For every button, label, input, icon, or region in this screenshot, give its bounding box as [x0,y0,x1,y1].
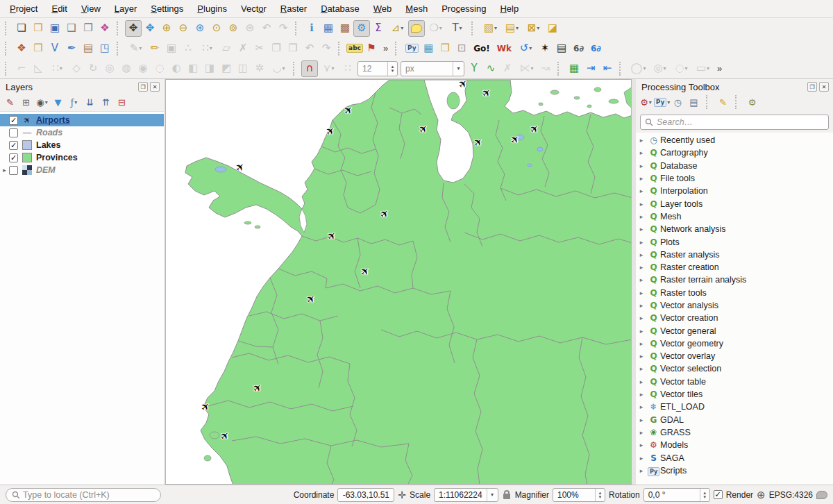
toolbox-group-database[interactable]: ▸QDatabase [636,160,833,172]
circle-from-2points-icon[interactable]: ◯▾ [628,60,649,77]
expand-arrow-icon[interactable]: ▸ [636,226,647,233]
pan-to-selection-icon[interactable]: ✥ [142,20,158,37]
toolbox-float-button[interactable]: ❐ [807,82,817,92]
toolbox-group-grass[interactable]: ▸❀GRASS [636,426,833,439]
layer-item-dem[interactable]: ▸DEM [0,164,164,176]
chevron-down-icon[interactable]: ▾ [494,25,497,31]
python-console[interactable]: Py [403,40,420,57]
chevron-down-icon[interactable]: ▾ [60,65,62,72]
metasearch-icon[interactable]: ❍▾ [425,20,446,37]
wkt-plugin[interactable]: Wk [494,40,515,57]
expand-arrow-icon[interactable]: ▸ [636,213,647,220]
toolbar-handle[interactable] [338,42,344,56]
layer-item-lakes[interactable]: ✓Lakes [0,139,164,151]
eyeglasses-plugin-1[interactable]: 6∂ [570,40,587,57]
report-plugin-icon[interactable]: ▤ [553,40,570,57]
new-project-icon[interactable]: ❏ [13,20,30,37]
snap-on-intersection-icon[interactable]: ∷ [339,60,356,77]
zoom-to-layer-icon[interactable]: ⊚ [225,20,242,37]
undo-icon[interactable]: ↶ [301,40,318,57]
db-virtual-layer-icon[interactable]: ▦ [566,60,582,77]
toolbar-handle[interactable] [5,62,10,76]
save-project-icon[interactable]: ▣ [47,20,63,37]
messages-icon[interactable] [816,491,827,499]
toolbox-group-file-tools[interactable]: ▸QFile tools [636,172,833,185]
data-source-manager-icon[interactable]: ❖ [13,40,30,57]
redo-icon[interactable]: ↷ [318,40,335,57]
toolbox-group-models[interactable]: ▸⚙Models [636,439,833,451]
toggle-editing-icon[interactable]: ✏ [146,40,163,57]
clear-trace-icon[interactable]: ✗ [499,60,516,77]
menu-mesh[interactable]: Mesh [398,1,435,16]
expand-arrow-icon[interactable]: ▸ [636,391,647,398]
expand-arrow-icon[interactable]: ▸ [636,187,647,194]
chevron-down-icon[interactable]: ▾ [453,62,464,76]
render-checkbox[interactable]: ✓ [714,490,723,499]
toolbox-python-menu[interactable]: Py▾ [655,95,669,110]
menu-database[interactable]: Database [314,1,367,16]
split-parts-icon[interactable]: ◨ [201,60,218,77]
toolbox-group-interpolation[interactable]: ▸QInterpolation [636,185,833,197]
move-feature-icon[interactable]: ◇ [68,60,85,77]
toolbar-overflow-icon[interactable]: » [714,63,725,74]
deselect-features-icon[interactable]: ⊠▾ [523,20,544,37]
toolbox-group-raster-tools[interactable]: ▸QRaster tools [636,287,833,299]
expand-arrow-icon[interactable]: ▸ [636,239,647,246]
expand-arrow-icon[interactable]: ▸ [636,264,647,271]
chevron-down-icon[interactable]: ▾ [45,99,48,106]
expand-arrow-icon[interactable]: ▸ [636,302,647,309]
identify-features-icon[interactable]: ℹ [303,20,320,37]
toolbox-group-raster-terrain-analysis[interactable]: ▸QRaster terrain analysis [636,274,833,286]
trace-offset-icon[interactable]: ⋉▾ [516,60,537,77]
expand-arrow-icon[interactable]: ▸ [636,340,647,347]
toolbox-group-mesh[interactable]: ▸QMesh [636,210,833,223]
open-image-folder-icon[interactable]: ❒ [437,40,453,57]
toolbox-history-icon[interactable]: ◷ [671,95,685,110]
menu-edit[interactable]: Edit [44,1,74,16]
toolbox-group-vector-table[interactable]: ▸QVector table [636,376,833,388]
toolbar-overflow-icon[interactable]: » [380,43,392,53]
layer-labeling-icon[interactable]: ⚑ [363,40,380,57]
processing-toolbox-icon[interactable]: ⚙ [353,20,370,37]
toolbar-handle[interactable] [5,42,10,56]
circle-from-3points-icon[interactable]: ◎▾ [649,60,671,77]
new-geopackage-layer-icon[interactable]: ❒ [30,40,47,57]
zoom-last-icon[interactable]: ↶ [258,20,275,37]
delete-ring-icon[interactable]: ◌ [151,60,168,77]
cad-point-capture-icon[interactable]: ∷▾ [47,60,68,77]
toolbox-group-vector-overlay[interactable]: ▸QVector overlay [636,350,833,362]
chevron-down-icon[interactable]: ▾ [643,65,646,72]
chevron-down-icon[interactable]: ▾ [460,25,462,31]
menu-help[interactable]: Help [493,1,525,16]
toolbox-results-viewer-icon[interactable]: ▤ [687,95,701,110]
add-ring-icon[interactable]: ◎ [101,60,118,77]
toolbox-group-raster-creation[interactable]: ▸QRaster creation [636,261,833,274]
chevron-down-icon[interactable]: ▾ [667,99,670,106]
screenshot-plugin-icon[interactable]: ⊡ [453,40,470,57]
map-canvas[interactable]: ✈✈✈✈✈✈✈✈✈✈✈✈✈✈✈✈ [165,79,632,485]
add-part-icon[interactable]: ◍ [118,60,135,77]
expand-arrow-icon[interactable]: ▸ [0,167,9,174]
export-from-database-icon[interactable]: ⇤ [599,60,616,77]
expand-arrow-icon[interactable]: ▸ [636,314,647,321]
label-toolbar[interactable]: abc [346,40,363,57]
current-edits-icon[interactable]: ✎▾ [125,40,146,57]
snap-to-grid-icon[interactable]: ↝ [537,60,554,77]
layer-item-roads[interactable]: —Roads [0,126,164,139]
fill-ring-icon[interactable]: ◉ [135,60,151,77]
menu-settings[interactable]: Settings [144,1,190,16]
split-features-icon[interactable]: ◩ [218,60,235,77]
chevron-down-icon[interactable]: ▾ [487,489,498,501]
chevron-down-icon[interactable]: ▾ [74,99,77,106]
toolbox-group-etl-load[interactable]: ▸❄ETL_LOAD [636,401,833,413]
expand-arrow-icon[interactable]: ▸ [636,289,647,296]
toolbox-group-layer-tools[interactable]: ▸QLayer tools [636,197,833,210]
toolbox-group-gdal[interactable]: ▸GGDAL [636,414,833,426]
chevron-down-icon[interactable]: ▾ [537,25,539,31]
magnifier-spinbox[interactable]: 100% ▲▼ [553,488,605,502]
pan-map-icon[interactable]: ✥ [125,20,142,37]
toolbox-group-raster-analysis[interactable]: ▸QRaster analysis [636,249,833,261]
chevron-down-icon[interactable]: ▾ [283,65,285,72]
reshape-features-icon[interactable]: ◧ [185,60,201,77]
toolbar-handle[interactable] [117,42,122,56]
